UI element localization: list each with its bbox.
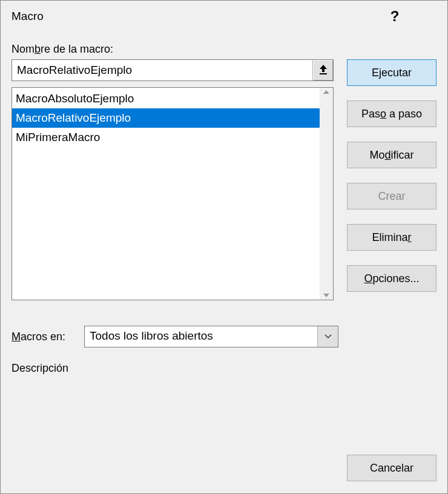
macros-in-select[interactable]: Todos los libros abiertos	[84, 326, 338, 347]
titlebar: Macro ?	[1, 1, 447, 32]
dialog-title: Macro	[8, 10, 380, 23]
list-item[interactable]: MacroAbsolutoEjemplo	[12, 89, 320, 108]
description-label: Descripción	[12, 362, 436, 375]
macro-dialog: Macro ? Nombre de la macro:	[0, 0, 448, 494]
arrow-up-icon	[318, 64, 329, 77]
close-button[interactable]	[410, 4, 440, 28]
macro-name-input[interactable]	[12, 60, 312, 81]
dialog-content: Nombre de la macro: MacroAbsolutoEjemplo…	[1, 32, 447, 493]
left-column: MacroAbsolutoEjemploMacroRelativoEjemplo…	[12, 59, 334, 300]
chevron-down-icon	[317, 326, 338, 347]
step-button[interactable]: Paso a paso	[347, 100, 436, 127]
macro-list[interactable]: MacroAbsolutoEjemploMacroRelativoEjemplo…	[12, 88, 320, 300]
macro-name-input-wrap	[12, 59, 334, 81]
cancel-button[interactable]: Cancelar	[347, 455, 436, 481]
help-button[interactable]: ?	[380, 4, 410, 28]
macros-in-label: Macros en:	[12, 331, 78, 343]
scroll-down-icon	[323, 294, 329, 297]
macro-name-label: Nombre de la macro:	[12, 43, 436, 56]
main-row: MacroAbsolutoEjemploMacroRelativoEjemplo…	[12, 59, 436, 300]
reference-button[interactable]	[312, 60, 333, 81]
scrollbar[interactable]	[320, 88, 333, 300]
scroll-up-icon	[323, 90, 329, 94]
run-button[interactable]: Ejecutar	[347, 59, 436, 86]
macros-in-value: Todos los libros abiertos	[85, 326, 317, 347]
delete-button[interactable]: Eliminar	[347, 224, 436, 251]
button-column: Ejecutar Paso a paso Modificar Crear Eli…	[347, 59, 436, 300]
macro-list-wrap: MacroAbsolutoEjemploMacroRelativoEjemplo…	[12, 87, 334, 300]
list-item[interactable]: MiPrimeraMacro	[12, 128, 320, 147]
create-button[interactable]: Crear	[347, 183, 436, 209]
edit-button[interactable]: Modificar	[347, 142, 436, 168]
options-button[interactable]: Opciones...	[347, 265, 436, 292]
list-item[interactable]: MacroRelativoEjemplo	[12, 108, 320, 128]
location-row: Macros en: Todos los libros abiertos	[12, 326, 436, 347]
